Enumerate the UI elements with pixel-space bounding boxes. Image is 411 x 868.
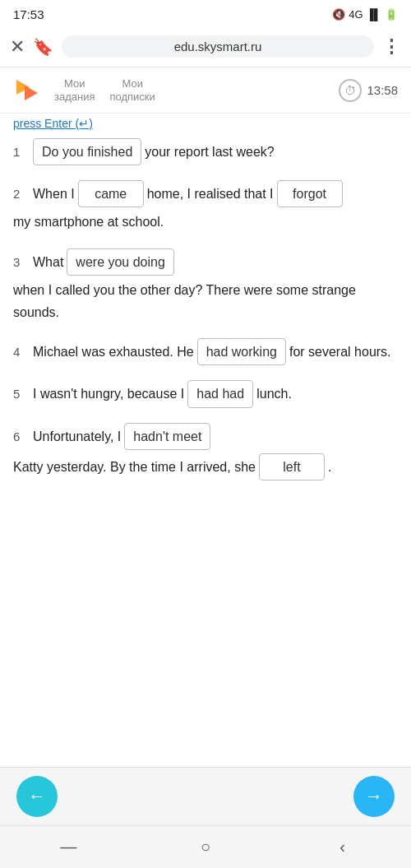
q6-text1: Unfortunately, I [33,425,121,448]
q2-text2: home, I realised that I [147,183,274,205]
nav-footer: ← → [0,767,411,825]
question-6-row: 6 Unfortunately, I hadn't meet Katty yes… [13,423,398,480]
mute-icon: 🔇 [332,8,345,21]
status-time: 17:53 [13,7,44,21]
logo-icon [13,75,44,106]
browser-bar: ✕ 🔖 edu.skysmart.ru ⋮ [0,26,411,67]
q4-text2: for several hours. [289,341,391,363]
q6-text3: . [328,456,331,478]
system-nav: — ○ ‹ [0,825,411,868]
network-label: 4G [349,8,363,21]
status-bar: 17:53 🔇 4G ▐▌ 🔋 [0,0,411,26]
browser-menu-button[interactable]: ⋮ [382,36,401,58]
question-4: 4 Michael was exhausted. He had working … [13,338,398,365]
q1-num: 1 [13,142,28,163]
back-button[interactable]: ← [16,776,58,817]
home-button[interactable]: ○ [185,833,226,862]
q2-num: 2 [13,183,28,205]
timer-area: ⏱ 13:58 [339,79,398,102]
q3-answer1[interactable]: were you doing [67,248,174,276]
question-6: 6 Unfortunately, I hadn't meet Katty yes… [13,423,398,480]
q3-text1: What [33,251,63,273]
tab-moi-podpiski[interactable]: Мои подписки [110,77,155,103]
q1-text1: your report last week? [145,141,274,163]
q1-answer1[interactable]: Do you finished [33,138,141,165]
browser-bookmark-icon[interactable]: 🔖 [33,37,53,57]
q6-answer2[interactable]: left [259,453,325,480]
svg-marker-1 [25,86,38,100]
q2-text3: my smartphone at school. [13,211,164,233]
q6-answer1[interactable]: hadn't meet [124,423,210,450]
battery-icon: 🔋 [385,8,398,21]
q6-num: 6 [13,426,28,448]
question-3-row: 3 What were you doing when I called you … [13,248,398,324]
question-2: 2 When I came home, I realised that I fo… [13,180,398,233]
forward-button[interactable]: → [353,776,395,817]
question-5-row: 5 I wasn't hungry, because I had had lun… [13,380,398,407]
question-1-row: 1 Do you finished your report last week? [13,138,398,165]
q4-answer1[interactable]: had working [197,338,286,365]
browser-url[interactable]: edu.skysmart.ru [62,35,374,58]
q3-num: 3 [13,252,28,273]
q5-num: 5 [13,383,28,405]
question-5: 5 I wasn't hungry, because I had had lun… [13,380,398,407]
browser-close-button[interactable]: ✕ [10,36,25,58]
signal-icon: ▐▌ [367,8,381,21]
q5-text1: I wasn't hungry, because I [33,383,184,405]
question-1: 1 Do you finished your report last week? [13,138,398,165]
q2-answer1[interactable]: came [78,180,144,207]
press-enter-hint: press Enter (↵) [0,114,411,132]
app-logo[interactable] [13,75,44,106]
q2-text1: When I [33,183,75,205]
question-2-row: 2 When I came home, I realised that I fo… [13,180,398,233]
recent-apps-button[interactable]: — [48,833,89,862]
question-4-row: 4 Michael was exhausted. He had working … [13,338,398,365]
status-icons: 🔇 4G ▐▌ 🔋 [332,8,398,21]
q2-answer2[interactable]: forgot [277,180,343,207]
app-header: Мои задания Мои подписки ⏱ 13:58 [0,67,411,114]
q5-text2: lunch. [256,383,292,405]
q4-num: 4 [13,341,28,363]
back-nav-button[interactable]: ‹ [322,833,363,862]
q4-text1: Michael was exhausted. He [33,341,194,363]
q5-answer1[interactable]: had had [187,380,253,407]
tab-moi-zadania[interactable]: Мои задания [54,77,95,103]
main-content: 1 Do you finished your report last week?… [0,132,411,508]
question-3: 3 What were you doing when I called you … [13,248,398,324]
q6-text2: Katty yesterday. By the time I arrived, … [13,456,256,478]
q3-text2: when I called you the other day? There w… [13,279,398,323]
timer-value: 13:58 [367,83,398,97]
timer-icon: ⏱ [339,79,362,102]
nav-tabs: Мои задания Мои подписки [54,77,329,103]
